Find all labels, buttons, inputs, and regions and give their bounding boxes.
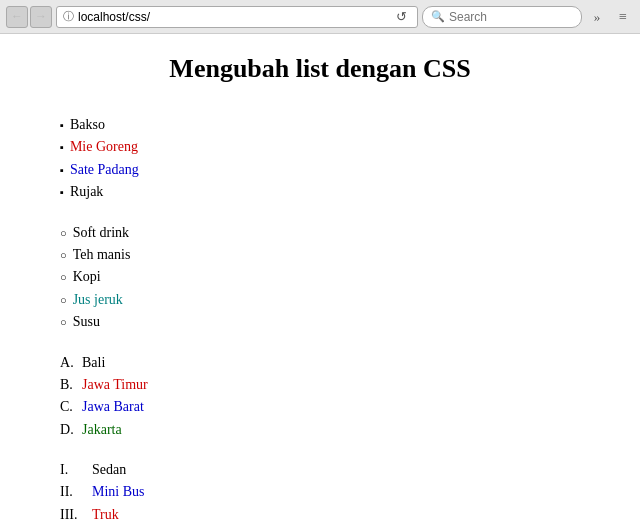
url-text: localhost/css/ [78, 10, 387, 24]
list-item: Jakarta [60, 419, 600, 441]
list-item: Rujak [60, 181, 600, 203]
list-item: Bali [60, 352, 600, 374]
overflow-button[interactable]: » [586, 6, 608, 28]
lock-icon: ⓘ [63, 9, 74, 24]
list-item: Jawa Timur [60, 374, 600, 396]
square-list: Bakso Mie Goreng Sate Padang Rujak [40, 114, 600, 204]
menu-button[interactable]: ≡ [612, 6, 634, 28]
list-item: Jawa Barat [60, 396, 600, 418]
list-item: Bakso [60, 114, 600, 136]
browser-toolbar: ← → ⓘ localhost/css/ ↺ 🔍 » ≡ [0, 0, 640, 34]
page-content: Mengubah list dengan CSS Bakso Mie Goren… [0, 34, 640, 519]
alpha-list: Bali Jawa Timur Jawa Barat Jakarta [40, 352, 600, 442]
search-icon: 🔍 [431, 10, 445, 23]
circle-list: Soft drink Teh manis Kopi Jus jeruk Susu [40, 222, 600, 334]
alpha-list-section: Bali Jawa Timur Jawa Barat Jakarta [40, 352, 600, 442]
list-item: Jus jeruk [60, 289, 600, 311]
circle-list-section: Soft drink Teh manis Kopi Jus jeruk Susu [40, 222, 600, 334]
list-item: Sate Padang [60, 159, 600, 181]
forward-button[interactable]: → [30, 6, 52, 28]
list-item: Sedan [60, 459, 600, 481]
list-item: Teh manis [60, 244, 600, 266]
back-button[interactable]: ← [6, 6, 28, 28]
list-item: Mini Bus [60, 481, 600, 503]
list-item: Soft drink [60, 222, 600, 244]
list-item: Truk [60, 504, 600, 519]
address-bar[interactable]: ⓘ localhost/css/ ↺ [56, 6, 418, 28]
search-input[interactable] [449, 10, 573, 24]
list-item: Mie Goreng [60, 136, 600, 158]
list-item: Susu [60, 311, 600, 333]
list-item: Kopi [60, 266, 600, 288]
page-title: Mengubah list dengan CSS [40, 54, 600, 84]
roman-list-section: Sedan Mini Bus Truk Pick Up [40, 459, 600, 519]
nav-buttons: ← → [6, 6, 52, 28]
search-bar[interactable]: 🔍 [422, 6, 582, 28]
reload-button[interactable]: ↺ [391, 7, 411, 27]
square-list-section: Bakso Mie Goreng Sate Padang Rujak [40, 114, 600, 204]
roman-list: Sedan Mini Bus Truk Pick Up [40, 459, 600, 519]
